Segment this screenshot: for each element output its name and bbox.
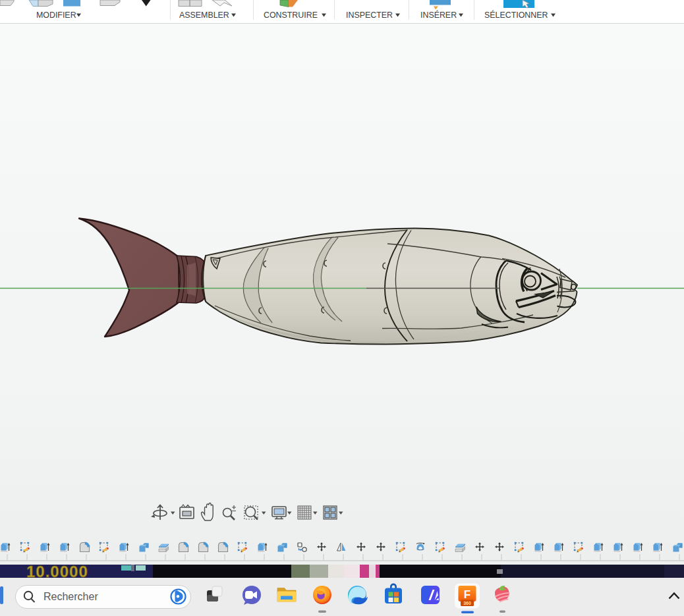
- svg-text:INSÉRER: INSÉRER: [420, 10, 457, 20]
- svg-text:SÉLECTIONNER: SÉLECTIONNER: [484, 10, 548, 20]
- svg-text:10.0000: 10.0000: [26, 563, 88, 580]
- svg-text:360: 360: [463, 601, 471, 605]
- svg-text:ASSEMBLER: ASSEMBLER: [179, 11, 229, 20]
- svg-text:CONSTRUIRE: CONSTRUIRE: [264, 11, 318, 20]
- svg-text:F: F: [464, 588, 470, 601]
- svg-text:MODIFIER: MODIFIER: [36, 11, 76, 20]
- svg-text:INSPECTER: INSPECTER: [346, 11, 393, 20]
- svg-text:Rechercher: Rechercher: [43, 591, 98, 602]
